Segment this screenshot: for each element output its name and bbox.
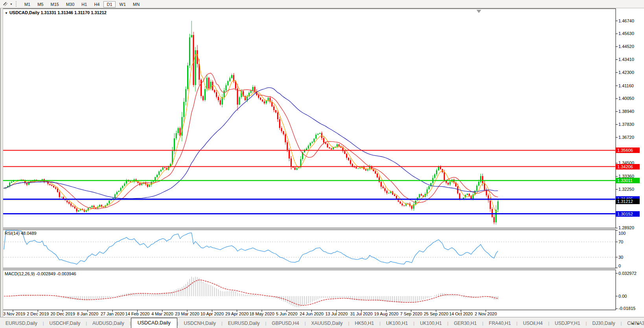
tab-scroll-right-icon[interactable]: ►	[637, 322, 642, 326]
price-tick: 1.37830	[618, 122, 643, 127]
timeframe-button-MN[interactable]: MN	[130, 1, 143, 7]
tab-scroll-left-icon[interactable]: ◄	[631, 322, 637, 326]
date-label: 4 Mar 2020	[151, 311, 173, 316]
macd-label: MACD(12,26,9) -0.002849 -0.003946	[5, 271, 76, 276]
price-tick: 1.46740	[618, 18, 643, 23]
toolbar-grip	[16, 1, 18, 7]
left-splitter[interactable]	[0, 8, 3, 317]
price-tick: 1.28920	[618, 225, 643, 230]
symbol-tab-USDJPY-H1[interactable]: USDJPY,H1	[549, 319, 585, 328]
timeframe-button-M15[interactable]: M15	[48, 1, 62, 7]
price-tick: 1.44520	[618, 44, 643, 49]
chart-shift-marker[interactable]	[477, 10, 481, 13]
date-label: 24 Jun 2020	[300, 311, 324, 316]
date-label: 13 Nov 2019	[1, 311, 25, 316]
macd-tick: 0.032972	[618, 271, 643, 276]
date-label: 5 Jun 2020	[276, 311, 297, 316]
macd-tick: 0.00	[618, 294, 643, 299]
timeframe-button-H4[interactable]: H4	[91, 1, 103, 7]
mt4-window: ▼ M1M5M15M30H1H4D1W1MN ▼USDCAD,Daily 1.3…	[0, 0, 644, 328]
symbol-tab-USDCHF-Daily[interactable]: USDCHF,Daily	[44, 319, 86, 328]
symbol-tab-FRA40-H1[interactable]: FRA40,H1	[483, 319, 516, 328]
chevron-down-icon: ▼	[10, 3, 13, 6]
rsi-tick: 0	[618, 264, 643, 268]
date-label: 29 Apr 2020	[225, 311, 248, 316]
tab-bar: EURUSD,Daily|USDCHF,Daily|AUDUSD,Daily|U…	[0, 317, 644, 328]
symbol-tab-XAUUSD-Daily[interactable]: XAUUSD,Daily	[306, 319, 348, 328]
symbol-tab-HK50-H1[interactable]: HK50,H1	[349, 319, 379, 328]
main-panel[interactable]	[3, 9, 616, 228]
timeframe-button-M5[interactable]: M5	[34, 1, 46, 7]
timeframe-button-M30[interactable]: M30	[63, 1, 77, 7]
timeframe-button-W1[interactable]: W1	[116, 1, 129, 7]
macd-tick: -0.01815	[618, 306, 643, 311]
charts-canvas[interactable]	[0, 0, 644, 328]
symbol-tab-UK100-H1[interactable]: UK100,H1	[381, 319, 413, 328]
date-label: 31 Jul 2020	[350, 311, 373, 316]
price-tick: 1.41160	[618, 83, 643, 88]
price-tick: 1.45630	[618, 31, 643, 36]
macd-panel[interactable]	[3, 270, 616, 310]
date-label: 27 Jan 2020	[101, 311, 125, 316]
tab-scroll-buttons: ◄►	[631, 322, 642, 326]
date-label: 2 Nov 2020	[475, 311, 497, 316]
price-tick: 1.42300	[618, 70, 643, 75]
date-label: 13 Jul 2020	[325, 311, 348, 316]
timeframe-toolbar: M1M5M15M30H1H4D1W1MN	[21, 0, 143, 7]
symbol-tab-AUDUSD-Daily[interactable]: AUDUSD,Daily	[87, 319, 130, 328]
date-label: 8 Jan 2020	[77, 311, 98, 316]
price-tick: 1.32250	[618, 187, 643, 192]
price-level-badge: 1.33011	[616, 178, 640, 183]
date-label: 14 Feb 2020	[125, 311, 150, 316]
symbol-tab-USOil-H4[interactable]: USOil,H4	[517, 319, 548, 328]
date-label: 23 Mar 2020	[175, 311, 199, 316]
symbol-tab-GBPUSD-H4[interactable]: GBPUSD,H4	[266, 319, 304, 328]
date-label: 2 Dec 2019	[27, 311, 49, 316]
date-label: 14 Oct 2020	[449, 311, 473, 316]
rsi-tick: 70	[618, 240, 643, 244]
draw-tool-icon	[2, 1, 9, 7]
price-level-badge: 1.30152	[616, 211, 640, 217]
rsi-label: RSI(14) 48.0489	[5, 231, 37, 236]
tab-list: EURUSD,Daily|USDCHF,Daily|AUDUSD,Daily|U…	[0, 318, 644, 328]
collapse-caret-icon[interactable]: ▼	[5, 11, 8, 15]
price-tick: 1.40050	[618, 96, 643, 101]
price-tick: 1.43410	[618, 57, 643, 62]
timeframe-button-M1[interactable]: M1	[21, 1, 33, 7]
timeframe-button-H1[interactable]: H1	[78, 1, 90, 7]
chart-title: ▼USDCAD,Daily 1.31331 1.31346 1.31170 1.…	[5, 10, 107, 15]
date-label: 7 Sep 2020	[400, 311, 422, 316]
date-label: 18 May 2020	[249, 311, 274, 316]
date-label: 10 Apr 2020	[201, 311, 224, 316]
symbol-tab-EURUSD-Daily[interactable]: EURUSD,Daily	[223, 319, 265, 328]
rsi-tick: 100	[618, 231, 643, 236]
rsi-tick: 30	[618, 255, 643, 260]
price-tick: 1.38940	[618, 109, 643, 114]
price-level-badge: 1.35606	[616, 147, 640, 153]
cursor-tool-button[interactable]: ▼	[1, 1, 14, 7]
symbol-tab-UK100-H1[interactable]: UK100,H1	[414, 319, 447, 328]
chart-title-text: USDCAD,Daily 1.31331 1.31346 1.31170 1.3…	[9, 10, 107, 15]
symbol-tab-EURUSD-Daily[interactable]: EURUSD,Daily	[0, 319, 43, 328]
price-level-badge: 1.34206	[616, 164, 640, 170]
price-tick: 1.36720	[618, 135, 643, 140]
symbol-tab-USDCAD-Daily[interactable]: USDCAD,Daily	[131, 318, 177, 328]
symbol-tab-USDCNH-Daily[interactable]: USDCNH,Daily	[178, 319, 221, 328]
symbol-tab-GER30-H1[interactable]: GER30,H1	[448, 319, 482, 328]
date-label: 19 Aug 2020	[374, 311, 399, 316]
toolbar: ▼ M1M5M15M30H1H4D1W1MN	[0, 0, 644, 8]
rsi-panel[interactable]	[3, 230, 616, 268]
price-level-badge: 1.31212	[616, 199, 640, 204]
timeframe-button-D1[interactable]: D1	[103, 1, 115, 7]
date-label: 20 Dec 2019	[50, 311, 75, 316]
date-label: 25 Sep 2020	[424, 311, 448, 316]
symbol-tab-DJ30-Daily[interactable]: DJ30,Daily	[587, 319, 620, 328]
